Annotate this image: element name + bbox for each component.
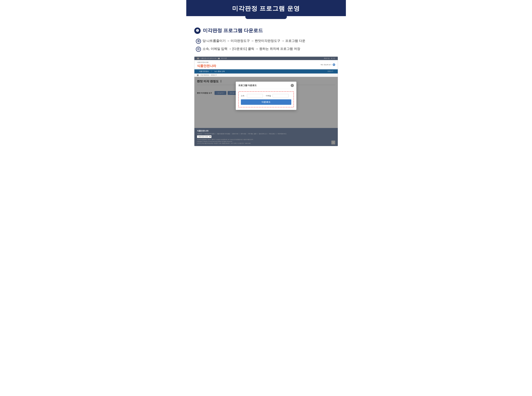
step-item-c: Ⓒ 소속, 이메일 입력 → [다운로드] 클릭 → 원하는 위치에 프로그램 … bbox=[196, 46, 338, 52]
footer-link-privacy[interactable]: 개인정보처리방침 bbox=[204, 133, 215, 135]
nav-divider1: | bbox=[211, 69, 212, 74]
nav-item-food[interactable]: 식품·안전정보 bbox=[197, 69, 211, 74]
section-title-text: 미각판정 프로그램 다운로드 bbox=[203, 27, 263, 34]
logo-accent: 안전 bbox=[203, 64, 210, 68]
logo-pre: 식품 bbox=[197, 64, 203, 68]
site-background: 식품안전나라 검색사이트 메이지폰 회원가입 로그인 식품안전정보포털 식품안전… bbox=[194, 57, 338, 146]
steps-list: Ⓑ 당·나트륨줄이기 → 미각판정도구 → 짠맛미각판정도구 → 프로그램 다운… bbox=[194, 38, 338, 52]
step-text-b: 당·나트륨줄이기 → 미각판정도구 → 짠맛미각판정도구 → 프로그램 다운 bbox=[203, 38, 305, 43]
footer-sep1: | bbox=[203, 133, 203, 135]
footer-link-faq[interactable]: 자주 묻는 질문 bbox=[248, 133, 256, 135]
breadcrumb-home-icon bbox=[197, 75, 199, 76]
footer-link-national[interactable]: 국민신문고 bbox=[269, 133, 275, 135]
topbar-signup[interactable]: 회원가입 bbox=[324, 57, 330, 59]
site-logo-main: 식품안전나라 bbox=[197, 64, 216, 68]
topbar-icon-left bbox=[197, 58, 199, 59]
topbar-text-left: 식품안전나라 검색사이트 bbox=[200, 57, 217, 59]
breadcrumb-sep2: › bbox=[210, 75, 210, 76]
topbar-left: 식품안전나라 검색사이트 메이지폰 bbox=[197, 57, 227, 59]
topbar-right: 회원가입 로그인 bbox=[324, 57, 335, 59]
modal-title: 프로그램 다운로드 bbox=[238, 84, 257, 87]
footer-logo-row: 식품안전나라 bbox=[197, 129, 335, 132]
email-input[interactable] bbox=[273, 94, 289, 98]
site-footer: 식품안전나라 이용안내 | 개인정보처리방침 | 포털이용관련 의의경합 | 관… bbox=[194, 128, 338, 146]
topbar-login[interactable]: 로그인 bbox=[331, 57, 335, 59]
modal-body: 소속 이메일 다운로드 bbox=[236, 89, 296, 110]
modal-overlay: 프로그램 다운로드 × 소속 이메일 다운 bbox=[194, 77, 338, 128]
page-title: 미각판정 프로그램 운영 bbox=[193, 5, 339, 13]
page-header: 미각판정 프로그램 운영 bbox=[186, 0, 346, 16]
modal-form-row: 소속 이메일 bbox=[241, 94, 291, 98]
step-badge-b: Ⓑ bbox=[196, 39, 201, 44]
footer-links: 이용안내 | 개인정보처리방침 | 포털이용관련 의의경합 | 관련사이트 | … bbox=[197, 133, 335, 135]
footer-sep7: | bbox=[268, 133, 268, 135]
nav-item-news[interactable]: 뉴스·홍보·교육 bbox=[212, 69, 227, 74]
footer-sep8: | bbox=[276, 133, 277, 135]
main-content: ❶ 미각판정 프로그램 다운로드 Ⓑ 당·나트륨줄이기 → 미각판정도구 → 짠… bbox=[186, 18, 346, 151]
site-breadcrumb: › 건강·영양정보 › 판정도구 bbox=[194, 74, 338, 77]
menu-overview-text[interactable]: 메뉴 한눈에 보기 bbox=[321, 64, 332, 66]
footer-link-guide[interactable]: 이용안내 bbox=[197, 133, 202, 135]
site-nav: 식품·안전정보 | 뉴스·홍보·교육 판정도구 bbox=[194, 69, 338, 74]
affiliation-label: 소속 bbox=[241, 95, 245, 97]
scroll-top-button[interactable]: ↑ bbox=[331, 140, 335, 144]
footer-link-related[interactable]: 관련사이트 bbox=[232, 133, 239, 135]
menu-plus-btn[interactable]: + bbox=[333, 64, 335, 66]
email-label: 이메일 bbox=[266, 95, 271, 97]
footer-link-text[interactable]: 문자시험 bbox=[241, 133, 246, 135]
site-logo-sub: 식품안전정보포털 bbox=[197, 61, 216, 64]
section-number: ❶ bbox=[194, 28, 201, 34]
breadcrumb-item2[interactable]: 판정도구 bbox=[211, 74, 217, 76]
step-badge-c: Ⓒ bbox=[196, 47, 201, 52]
website-screenshot: 식품안전나라 검색사이트 메이지폰 회원가입 로그인 식품안전정보포털 식품안전… bbox=[194, 57, 338, 146]
modal-dashed-box: 소속 이메일 다운로드 bbox=[238, 91, 294, 107]
logo-post: 나라 bbox=[210, 64, 216, 68]
step-text-c: 소속, 이메일 입력 → [다운로드] 클릭 → 원하는 위치에 프로그램 저장 bbox=[203, 46, 300, 51]
download-button[interactable]: 다운로드 bbox=[241, 99, 291, 105]
footer-sep2: | bbox=[216, 133, 216, 135]
modal-header: 프로그램 다운로드 × bbox=[236, 82, 296, 89]
breadcrumb-sep1: › bbox=[199, 75, 200, 76]
related-sites-select[interactable]: 관련 유관 사이트 bbox=[197, 135, 212, 138]
footer-logo: 식품안전나라 bbox=[197, 129, 208, 132]
topbar-text-mail: 메이지폰 bbox=[221, 57, 227, 59]
modal-close-button[interactable]: × bbox=[291, 84, 294, 87]
site-topbar: 식품안전나라 검색사이트 메이지폰 회원가입 로그인 bbox=[194, 57, 338, 60]
footer-sep3: | bbox=[231, 133, 231, 135]
footer-sep6: | bbox=[257, 133, 258, 135]
modal-dialog: 프로그램 다운로드 × 소속 이메일 다운 bbox=[236, 82, 296, 110]
step-item-b: Ⓑ 당·나트륨줄이기 → 미각판정도구 → 짠맛미각판정도구 → 프로그램 다운 bbox=[196, 38, 338, 44]
affiliation-input[interactable] bbox=[247, 94, 263, 98]
site-header: 식품안전정보포털 식품안전나라 메뉴 한눈에 보기 + bbox=[194, 60, 338, 69]
footer-sep4: | bbox=[240, 133, 240, 135]
breadcrumb-item1[interactable]: 건강·영양정보 bbox=[200, 74, 209, 76]
footer-link-service[interactable]: 위과자원서비스 bbox=[278, 133, 286, 135]
site-content: 짠맛 미각 판정도 ㅣ 짠맛 미각판정 도구 사용설명서 판정결과지 다운 프로… bbox=[194, 77, 338, 128]
footer-sep5: | bbox=[247, 133, 247, 135]
nav-item-more[interactable]: 판정도구 bbox=[326, 69, 335, 74]
site-nav-right: 메뉴 한눈에 보기 + bbox=[321, 64, 335, 66]
site-logo: 식품안전정보포털 식품안전나라 bbox=[197, 61, 216, 68]
topbar-icon-mail bbox=[218, 58, 220, 59]
section1-title: ❶ 미각판정 프로그램 다운로드 bbox=[194, 27, 338, 34]
footer-address: 우)28159 충청북도 청주시 흥덕구 오송읍 오송생명2로 187 오송보건… bbox=[197, 139, 335, 144]
footer-link-portal[interactable]: 포털이용관련 의의경합 bbox=[217, 133, 230, 135]
footer-link-error[interactable]: 정보오류 신고 bbox=[259, 133, 267, 135]
